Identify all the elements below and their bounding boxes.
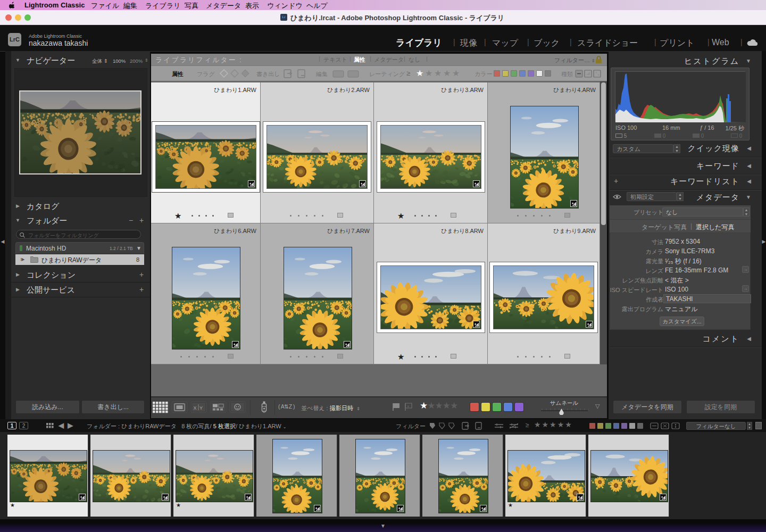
svg-text:x: x [407, 404, 410, 408]
svg-text:Y: Y [199, 405, 203, 411]
svg-text:X: X [194, 405, 197, 411]
